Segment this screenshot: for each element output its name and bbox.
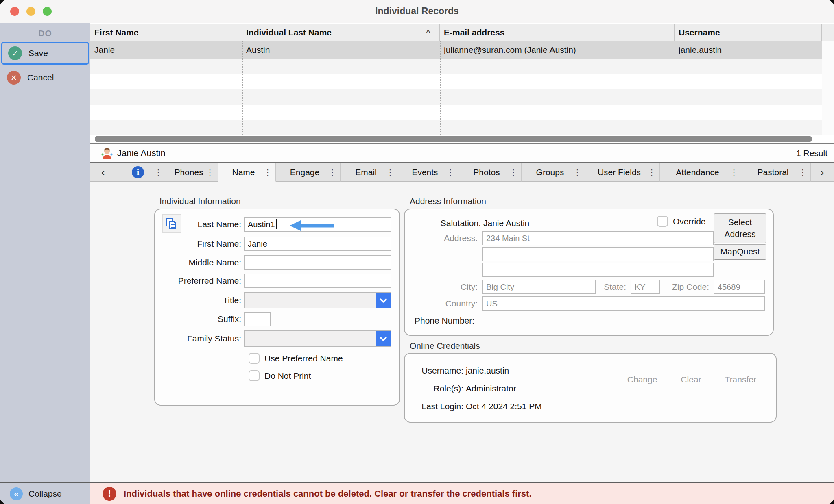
roles-value: Administrator <box>466 384 516 393</box>
tabs-scroll-right-button[interactable]: › <box>811 163 834 182</box>
result-count: 1 Result <box>796 148 827 158</box>
alert-icon: ! <box>103 487 116 501</box>
zip-code-input[interactable]: 45689 <box>714 280 765 294</box>
window-title: Individual Records <box>0 6 834 17</box>
tab-phones[interactable]: Phones ⋮ <box>166 163 218 182</box>
record-tab-bar: ‹ i ⋮ Phones ⋮ Name ⋮ Engage ⋮ Email ⋮ <box>90 162 834 182</box>
cancel-x-icon: ✕ <box>7 71 21 85</box>
empty-row <box>90 89 822 105</box>
empty-row <box>90 59 822 74</box>
error-message: Individuals that have online credentials… <box>124 489 532 499</box>
tabs-scroll-left-button[interactable]: ‹ <box>90 163 116 182</box>
horizontal-scrollbar-track[interactable] <box>90 135 834 143</box>
last-login-value: Oct 4 2024 2:51 PM <box>466 402 542 411</box>
tab-info[interactable]: i ⋮ <box>116 163 166 182</box>
horizontal-scrollbar-thumb[interactable] <box>95 136 812 142</box>
tab-overflow-icon[interactable]: ⋮ <box>154 167 162 177</box>
empty-row <box>90 74 822 89</box>
online-credentials-title: Online Credentials <box>410 341 480 351</box>
tab-overflow-icon[interactable]: ⋮ <box>648 167 656 177</box>
column-divider <box>440 41 441 135</box>
column-header-email[interactable]: E-mail address <box>440 24 675 41</box>
results-table-header: First Name Individual Last Name ^ E-mail… <box>90 24 834 41</box>
table-gutter-divider <box>822 41 822 135</box>
tab-overflow-icon[interactable]: ⋮ <box>799 167 807 177</box>
tab-overflow-icon[interactable]: ⋮ <box>206 167 214 177</box>
save-button[interactable]: ✓ Save <box>1 42 89 65</box>
table-row-selected[interactable]: Janie Austin julianne@suran.com (Janie A… <box>90 41 822 59</box>
tab-overflow-icon[interactable]: ⋮ <box>386 167 394 177</box>
clear-credentials-button[interactable]: Clear <box>681 375 701 385</box>
record-header: Janie Austin 1 Result <box>90 144 834 162</box>
preferred-name-input[interactable] <box>244 274 391 288</box>
save-button-label: Save <box>28 48 48 58</box>
text-caret <box>276 219 277 229</box>
tab-attendance[interactable]: Attendance ⋮ <box>660 163 742 182</box>
select-address-button[interactable]: Select Address <box>714 213 766 243</box>
mapquest-button[interactable]: MapQuest <box>714 244 766 260</box>
override-checkbox[interactable] <box>657 216 668 227</box>
change-credentials-button[interactable]: Change <box>627 375 657 385</box>
save-check-icon: ✓ <box>8 46 22 60</box>
chevron-left-icon: ‹ <box>101 166 105 179</box>
annotation-arrow-icon <box>290 220 334 231</box>
column-header-username[interactable]: Username <box>675 24 822 41</box>
cancel-button[interactable]: ✕ Cancel <box>1 66 89 89</box>
city-input[interactable]: Big City <box>482 280 596 294</box>
error-banner: ! Individuals that have online credentia… <box>90 483 834 504</box>
salutation-value: Janie Austin <box>483 218 529 228</box>
family-status-dropdown-button[interactable] <box>376 331 391 346</box>
family-status-select[interactable] <box>244 330 391 347</box>
state-input[interactable]: KY <box>631 280 660 294</box>
column-header-gutter <box>822 24 834 41</box>
do-not-print-label: Do Not Print <box>264 371 311 381</box>
info-icon: i <box>132 166 144 178</box>
tab-events[interactable]: Events ⋮ <box>398 163 458 182</box>
column-header-last-name[interactable]: Individual Last Name ^ <box>242 24 440 41</box>
vertical-scrollbar-track[interactable] <box>822 41 834 135</box>
individual-records-window: Individual Records DO ✓ Save ✕ Cancel Fi… <box>0 0 834 504</box>
address-line3-input[interactable] <box>482 263 714 277</box>
empty-row <box>90 120 822 135</box>
person-avatar-icon <box>101 147 113 159</box>
title-dropdown-button[interactable] <box>376 293 391 308</box>
individual-information-panel: Last Name: Austin1 First Name: Janie <box>154 209 400 406</box>
tab-photos[interactable]: Photos ⋮ <box>458 163 522 182</box>
transfer-credentials-button[interactable]: Transfer <box>725 375 756 385</box>
tab-overflow-icon[interactable]: ⋮ <box>509 167 517 177</box>
tab-engage[interactable]: Engage ⋮ <box>276 163 341 182</box>
suffix-label: Suffix: <box>155 314 244 324</box>
do-sidebar: DO ✓ Save ✕ Cancel <box>0 23 90 482</box>
country-input[interactable]: US <box>482 296 765 311</box>
use-preferred-name-checkbox[interactable] <box>249 353 260 364</box>
tab-overflow-icon[interactable]: ⋮ <box>328 167 336 177</box>
collapse-button[interactable]: « Collapse <box>0 483 90 504</box>
first-name-label: First Name: <box>155 239 244 249</box>
last-login-label: Last Login: <box>405 402 466 411</box>
middle-name-input[interactable] <box>244 255 391 270</box>
title-bar: Individual Records <box>0 0 834 23</box>
tab-groups[interactable]: Groups ⋮ <box>522 163 585 182</box>
empty-row <box>90 105 822 120</box>
cancel-button-label: Cancel <box>27 73 54 83</box>
tab-user-fields[interactable]: User Fields ⋮ <box>585 163 660 182</box>
suffix-input[interactable] <box>244 312 271 326</box>
tab-overflow-icon[interactable]: ⋮ <box>573 167 581 177</box>
tab-email[interactable]: Email ⋮ <box>341 163 398 182</box>
sort-ascending-icon: ^ <box>426 24 430 42</box>
roles-label: Role(s): <box>405 384 466 393</box>
address-line1-input[interactable]: 234 Main St <box>482 231 714 245</box>
tab-overflow-icon[interactable]: ⋮ <box>446 167 454 177</box>
username-label: Username: <box>405 366 466 376</box>
main-area: First Name Individual Last Name ^ E-mail… <box>90 23 834 482</box>
do-header: DO <box>0 23 90 43</box>
column-header-first-name[interactable]: First Name <box>90 24 242 41</box>
tab-overflow-icon[interactable]: ⋮ <box>730 167 738 177</box>
title-select[interactable] <box>244 292 391 308</box>
address-line2-input[interactable] <box>482 247 714 261</box>
tab-pastoral[interactable]: Pastoral ⋮ <box>742 163 811 182</box>
tab-name[interactable]: Name ⋮ <box>218 163 276 182</box>
do-not-print-checkbox[interactable] <box>249 370 260 381</box>
tab-overflow-icon[interactable]: ⋮ <box>264 167 272 177</box>
first-name-input[interactable]: Janie <box>244 237 391 251</box>
